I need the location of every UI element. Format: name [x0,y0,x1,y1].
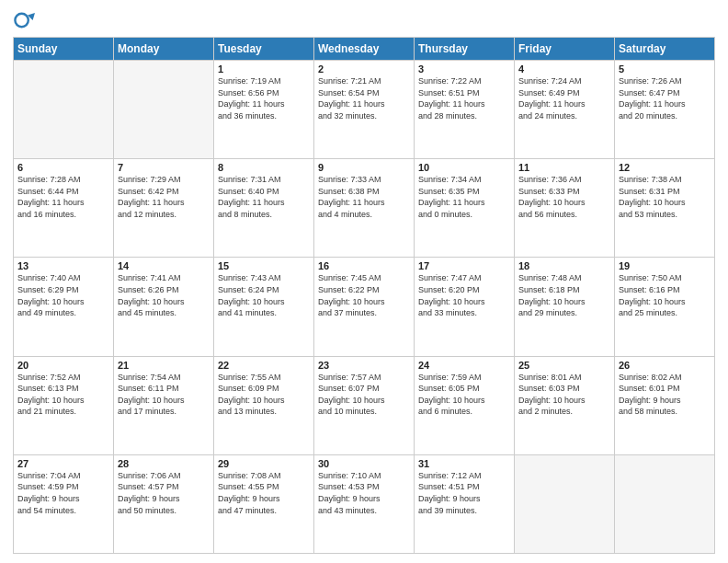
day-number: 16 [318,260,410,271]
weekday-header-sunday: Sunday [14,38,114,61]
calendar-cell: 5Sunrise: 7:26 AM Sunset: 6:47 PM Daylig… [615,61,715,159]
calendar-cell: 6Sunrise: 7:28 AM Sunset: 6:44 PM Daylig… [14,159,114,258]
calendar-cell: 2Sunrise: 7:21 AM Sunset: 6:54 PM Daylig… [314,61,415,159]
day-number: 21 [118,360,210,371]
day-number: 20 [17,360,109,371]
day-info: Sunrise: 7:57 AM Sunset: 6:07 PM Dayligh… [318,372,410,418]
day-number: 29 [218,458,310,469]
day-number: 26 [619,360,711,371]
calendar-cell: 18Sunrise: 7:48 AM Sunset: 6:18 PM Dayli… [515,258,615,356]
day-info: Sunrise: 7:47 AM Sunset: 6:20 PM Dayligh… [418,272,510,318]
day-info: Sunrise: 7:06 AM Sunset: 4:57 PM Dayligh… [118,470,210,516]
calendar-cell: 29Sunrise: 7:08 AM Sunset: 4:55 PM Dayli… [214,454,314,553]
calendar-cell: 9Sunrise: 7:33 AM Sunset: 6:38 PM Daylig… [314,159,415,258]
day-number: 7 [118,162,210,173]
day-info: Sunrise: 8:01 AM Sunset: 6:03 PM Dayligh… [518,372,610,418]
calendar-cell: 27Sunrise: 7:04 AM Sunset: 4:59 PM Dayli… [14,454,114,553]
page: SundayMondayTuesdayWednesdayThursdayFrid… [0,0,728,563]
calendar-cell: 28Sunrise: 7:06 AM Sunset: 4:57 PM Dayli… [114,454,214,553]
calendar-cell [615,454,715,553]
day-info: Sunrise: 7:24 AM Sunset: 6:49 PM Dayligh… [518,75,610,121]
day-number: 24 [418,360,510,371]
day-info: Sunrise: 7:33 AM Sunset: 6:38 PM Dayligh… [318,174,410,220]
day-info: Sunrise: 7:50 AM Sunset: 6:16 PM Dayligh… [619,272,711,318]
svg-point-0 [15,14,28,27]
calendar-cell: 20Sunrise: 7:52 AM Sunset: 6:13 PM Dayli… [14,356,114,454]
calendar-cell: 14Sunrise: 7:41 AM Sunset: 6:26 PM Dayli… [114,258,214,356]
week-row-3: 13Sunrise: 7:40 AM Sunset: 6:29 PM Dayli… [14,258,715,356]
day-info: Sunrise: 7:52 AM Sunset: 6:13 PM Dayligh… [17,372,109,418]
calendar-cell: 3Sunrise: 7:22 AM Sunset: 6:51 PM Daylig… [415,61,515,159]
day-number: 3 [418,63,510,75]
day-info: Sunrise: 7:22 AM Sunset: 6:51 PM Dayligh… [418,75,510,121]
logo [13,9,37,31]
day-info: Sunrise: 7:28 AM Sunset: 6:44 PM Dayligh… [17,174,109,220]
day-info: Sunrise: 7:54 AM Sunset: 6:11 PM Dayligh… [118,372,210,418]
weekday-header-wednesday: Wednesday [314,38,415,61]
day-info: Sunrise: 7:45 AM Sunset: 6:22 PM Dayligh… [318,272,410,318]
calendar-cell: 15Sunrise: 7:43 AM Sunset: 6:24 PM Dayli… [214,258,314,356]
day-info: Sunrise: 7:48 AM Sunset: 6:18 PM Dayligh… [518,272,610,318]
week-row-4: 20Sunrise: 7:52 AM Sunset: 6:13 PM Dayli… [14,356,715,454]
logo-icon [13,9,35,31]
day-number: 8 [218,162,310,173]
calendar-cell: 30Sunrise: 7:10 AM Sunset: 4:53 PM Dayli… [314,454,415,553]
calendar-cell: 12Sunrise: 7:38 AM Sunset: 6:31 PM Dayli… [615,159,715,258]
weekday-header-thursday: Thursday [415,38,515,61]
calendar-cell: 22Sunrise: 7:55 AM Sunset: 6:09 PM Dayli… [214,356,314,454]
day-number: 28 [118,458,210,469]
day-number: 9 [318,162,410,173]
day-info: Sunrise: 7:40 AM Sunset: 6:29 PM Dayligh… [17,272,109,318]
day-number: 25 [518,360,610,371]
weekday-header-saturday: Saturday [615,38,715,61]
calendar-table: SundayMondayTuesdayWednesdayThursdayFrid… [13,37,715,554]
calendar-cell [515,454,615,553]
calendar-cell: 26Sunrise: 8:02 AM Sunset: 6:01 PM Dayli… [615,356,715,454]
day-number: 19 [619,260,711,271]
day-info: Sunrise: 7:19 AM Sunset: 6:56 PM Dayligh… [218,75,310,121]
day-number: 5 [619,63,711,75]
logo-text [13,9,37,31]
weekday-header-row: SundayMondayTuesdayWednesdayThursdayFrid… [14,38,715,61]
calendar-cell: 7Sunrise: 7:29 AM Sunset: 6:42 PM Daylig… [114,159,214,258]
day-info: Sunrise: 7:08 AM Sunset: 4:55 PM Dayligh… [218,470,310,516]
day-number: 14 [118,260,210,271]
day-number: 6 [17,162,109,173]
calendar-cell: 17Sunrise: 7:47 AM Sunset: 6:20 PM Dayli… [415,258,515,356]
day-info: Sunrise: 7:10 AM Sunset: 4:53 PM Dayligh… [318,470,410,516]
day-info: Sunrise: 8:02 AM Sunset: 6:01 PM Dayligh… [619,372,711,418]
day-info: Sunrise: 7:26 AM Sunset: 6:47 PM Dayligh… [619,75,711,121]
calendar-cell: 31Sunrise: 7:12 AM Sunset: 4:51 PM Dayli… [415,454,515,553]
day-number: 30 [318,458,410,469]
calendar-cell: 10Sunrise: 7:34 AM Sunset: 6:35 PM Dayli… [415,159,515,258]
calendar-cell: 1Sunrise: 7:19 AM Sunset: 6:56 PM Daylig… [214,61,314,159]
day-number: 15 [218,260,310,271]
day-number: 2 [318,63,410,75]
day-info: Sunrise: 7:34 AM Sunset: 6:35 PM Dayligh… [418,174,510,220]
week-row-2: 6Sunrise: 7:28 AM Sunset: 6:44 PM Daylig… [14,159,715,258]
day-info: Sunrise: 7:31 AM Sunset: 6:40 PM Dayligh… [218,174,310,220]
header [13,9,715,31]
day-number: 17 [418,260,510,271]
calendar-cell: 23Sunrise: 7:57 AM Sunset: 6:07 PM Dayli… [314,356,415,454]
day-number: 23 [318,360,410,371]
calendar-cell: 24Sunrise: 7:59 AM Sunset: 6:05 PM Dayli… [415,356,515,454]
day-info: Sunrise: 7:41 AM Sunset: 6:26 PM Dayligh… [118,272,210,318]
day-number: 4 [518,63,610,75]
calendar-cell: 16Sunrise: 7:45 AM Sunset: 6:22 PM Dayli… [314,258,415,356]
day-number: 10 [418,162,510,173]
calendar-cell: 4Sunrise: 7:24 AM Sunset: 6:49 PM Daylig… [515,61,615,159]
day-number: 27 [17,458,109,469]
calendar-cell: 8Sunrise: 7:31 AM Sunset: 6:40 PM Daylig… [214,159,314,258]
calendar-cell [114,61,214,159]
day-number: 22 [218,360,310,371]
day-info: Sunrise: 7:59 AM Sunset: 6:05 PM Dayligh… [418,372,510,418]
weekday-header-friday: Friday [515,38,615,61]
day-number: 12 [619,162,711,173]
day-info: Sunrise: 7:12 AM Sunset: 4:51 PM Dayligh… [418,470,510,516]
day-info: Sunrise: 7:36 AM Sunset: 6:33 PM Dayligh… [518,174,610,220]
day-info: Sunrise: 7:04 AM Sunset: 4:59 PM Dayligh… [17,470,109,516]
weekday-header-monday: Monday [114,38,214,61]
day-number: 11 [518,162,610,173]
day-number: 1 [218,63,310,75]
